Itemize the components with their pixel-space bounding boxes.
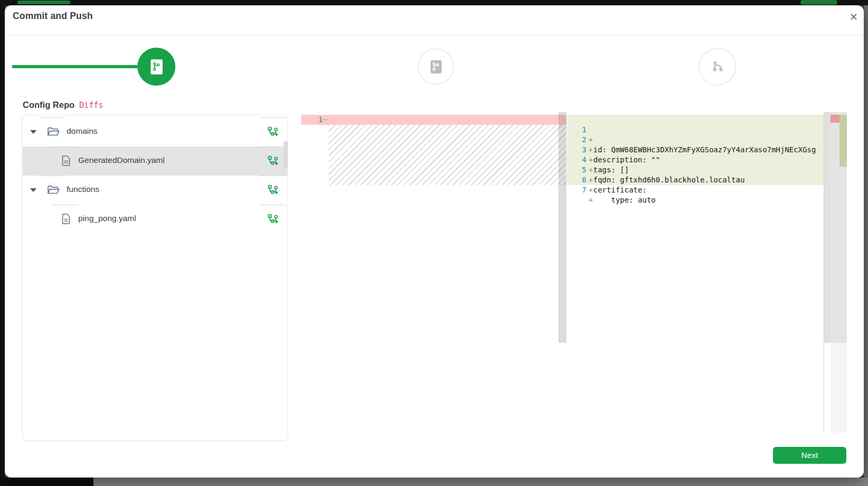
tree-item-label: domains	[67, 126, 98, 136]
code-line: 1 + id: QmW68EWBHc3DXhYZmFyXGSoaz7yY4arX…	[567, 115, 824, 125]
git-branch-plus-icon[interactable]	[267, 213, 279, 225]
diff-left-scrollbar-thumb[interactable]	[558, 112, 566, 343]
row-divider	[261, 146, 286, 147]
stepper-step-commit[interactable]	[417, 48, 454, 85]
stepper-step-push[interactable]	[698, 48, 736, 86]
tree-item-label: functions	[67, 185, 99, 194]
stepper-progress-line	[12, 65, 137, 68]
tree-row-domains[interactable]: domains	[23, 117, 287, 146]
next-button[interactable]: Next	[773, 447, 846, 464]
git-branch-plus-icon[interactable]	[267, 155, 279, 167]
diff-left-minus-sign: –	[323, 114, 331, 124]
code-text: type: auto	[593, 195, 656, 205]
chevron-down-icon[interactable]	[30, 130, 36, 134]
plus-sign: +	[589, 185, 596, 195]
git-branch-plus-icon[interactable]	[267, 126, 279, 137]
backdrop-top-strip	[0, 0, 868, 5]
diff-deleted-line	[301, 115, 566, 125]
header-divider	[5, 35, 864, 35]
tree-item-label: GeneratedDomain.yaml	[78, 155, 165, 165]
git-branch-plus-icon[interactable]	[267, 184, 279, 196]
folder-open-icon	[47, 126, 60, 137]
indent-guide	[594, 166, 594, 175]
code-line: 4 + fqdn: gftxhd6h0.blackhole.localtau	[567, 145, 824, 155]
section-title-text: Config Repo	[23, 100, 74, 109]
row-divider	[39, 117, 65, 118]
backdrop-left-strip	[0, 5, 5, 486]
code-line: 5 + certificate:	[567, 155, 824, 165]
dialog-title: Commit and Push	[13, 11, 93, 22]
overview-ruler-deleted-mark	[830, 115, 839, 123]
tree-row-functions[interactable]: functions	[23, 176, 287, 205]
row-divider	[52, 205, 78, 205]
git-branch-icon	[151, 59, 163, 75]
diffs-badge: Diffs	[79, 100, 103, 110]
code-text: certificate:	[593, 185, 647, 195]
folder-open-icon	[47, 185, 60, 195]
code-line: 7 +	[567, 175, 824, 185]
tree-item-label: ping_pong.yaml	[78, 214, 136, 223]
row-divider	[261, 176, 286, 176]
git-merge-icon	[711, 60, 724, 74]
diff-left-line-number: 1	[314, 115, 323, 125]
line-number: 7	[567, 185, 586, 195]
code-line: 6 + type: auto	[567, 165, 824, 175]
stepper-step-diffs[interactable]	[137, 48, 175, 86]
row-divider	[39, 176, 65, 176]
row-divider	[261, 117, 286, 118]
backdrop-bottom-dark	[0, 478, 94, 486]
code-line: 2 + description: ""	[567, 125, 824, 135]
tree-row-generateddomain-yaml[interactable]: GeneratedDomain.yaml	[23, 146, 287, 176]
close-icon[interactable]: ✕	[846, 10, 862, 24]
backdrop-artifact	[17, 1, 70, 4]
overview-ruler-added-mark	[839, 115, 847, 167]
file-icon	[61, 213, 71, 225]
section-title: Config RepoDiffs	[23, 100, 103, 110]
chevron-down-icon[interactable]	[30, 188, 36, 192]
diff-right-scrollbar-thumb[interactable]	[824, 112, 830, 343]
plus-sign: +	[589, 195, 596, 205]
row-divider	[261, 205, 286, 205]
tree-row-ping-pong-yaml[interactable]: ping_pong.yaml	[23, 205, 287, 234]
backdrop-right-strip	[864, 5, 868, 478]
git-branch-icon	[431, 60, 442, 74]
diff-inserted-placeholder-hatch	[329, 125, 566, 185]
row-divider	[52, 146, 78, 147]
code-line: 3 + tags: []	[567, 135, 824, 145]
backdrop-bottom-gray	[94, 478, 868, 486]
file-icon	[61, 155, 71, 167]
tree-scrollbar-thumb[interactable]	[284, 141, 288, 168]
overview-ruler-track	[830, 343, 847, 433]
config-repo-file-tree: domains GeneratedDomain.yaml	[22, 115, 288, 441]
backdrop-artifact	[800, 0, 837, 5]
